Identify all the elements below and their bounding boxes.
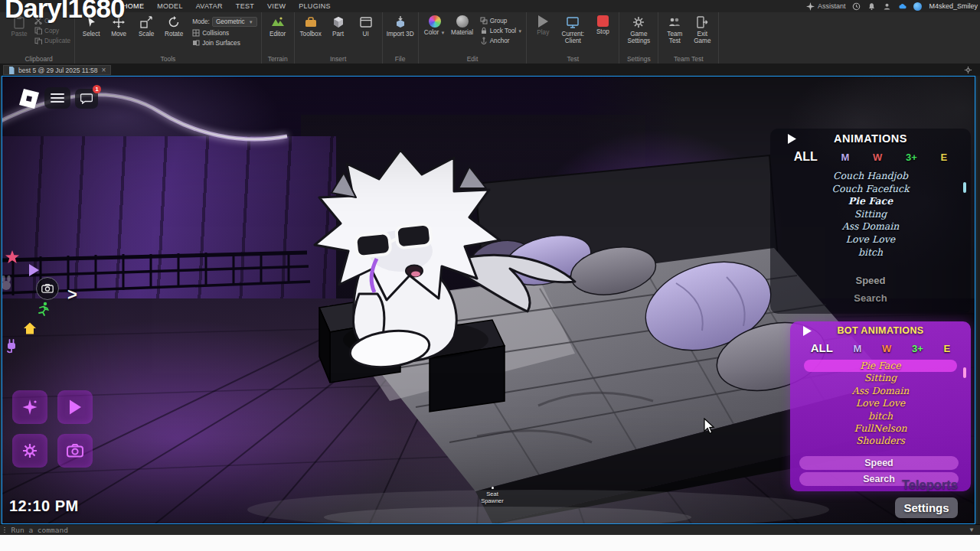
- bot-animation-item[interactable]: FullNelson: [790, 422, 971, 435]
- media-play-button[interactable]: [57, 390, 93, 424]
- effects-button[interactable]: [12, 390, 47, 424]
- chat-button[interactable]: 1: [75, 89, 98, 109]
- tab-view[interactable]: VIEW: [267, 2, 286, 10]
- copy-button[interactable]: Copy: [34, 27, 70, 34]
- game-settings-button[interactable]: Game Settings: [623, 15, 654, 44]
- expand-chevron-button[interactable]: >: [67, 285, 77, 305]
- options-gear-button[interactable]: [12, 434, 47, 468]
- account-username[interactable]: M4sked_Smiley: [929, 2, 978, 10]
- bot-animation-item-selected[interactable]: Pie Face: [804, 360, 957, 372]
- screenshot-button[interactable]: [57, 434, 93, 468]
- lock-tool-button[interactable]: Lock Tool ▼: [480, 27, 523, 34]
- filter-m[interactable]: M: [854, 343, 862, 354]
- cut-button[interactable]: Cut: [34, 17, 70, 24]
- duplicate-button[interactable]: Duplicate: [34, 37, 70, 44]
- bot-animation-item[interactable]: Sitting: [790, 372, 971, 384]
- ui-button[interactable]: UI: [354, 15, 378, 37]
- account-avatar[interactable]: [913, 2, 922, 11]
- group-button[interactable]: Group: [480, 17, 523, 24]
- search-control[interactable]: Search: [770, 292, 971, 304]
- animation-item[interactable]: Sitting: [770, 208, 971, 221]
- exit-game-button[interactable]: Exit Game: [690, 15, 714, 44]
- rotate-tool-button[interactable]: Rotate: [162, 15, 186, 37]
- roblox-menu-button[interactable]: [18, 88, 40, 109]
- animation-item[interactable]: Pie Face: [770, 195, 971, 208]
- pet-icon[interactable]: [2, 276, 12, 291]
- stop-button[interactable]: Stop: [590, 15, 615, 35]
- team-test-button[interactable]: Team Test: [662, 15, 687, 44]
- filter-3plus[interactable]: 3+: [912, 343, 923, 354]
- panel-play-icon[interactable]: [802, 325, 812, 337]
- material-button[interactable]: Material: [450, 15, 475, 36]
- bot-speed-control[interactable]: Speed: [799, 456, 959, 470]
- document-tab[interactable]: best 5 @ 29 Jul 2025 11:58 ×: [3, 65, 111, 75]
- close-icon[interactable]: ×: [101, 67, 106, 74]
- select-tool-button[interactable]: Select: [79, 15, 103, 37]
- drag-handle-icon[interactable]: [4, 527, 5, 533]
- sprint-runner-icon[interactable]: [36, 302, 51, 317]
- toolbox-button[interactable]: Toolbox: [299, 15, 323, 37]
- bell-icon[interactable]: [867, 2, 876, 11]
- scrollbar-thumb[interactable]: [963, 182, 966, 193]
- move-tool-button[interactable]: Move: [106, 15, 131, 37]
- command-input[interactable]: Run a command: [11, 526, 68, 534]
- user-icon[interactable]: [883, 2, 891, 11]
- radial-play-icon[interactable]: [28, 263, 40, 277]
- tab-test[interactable]: TEST: [236, 2, 254, 10]
- game-viewport[interactable]: 1 >: [2, 76, 975, 524]
- assistant-label: Assistant: [818, 2, 846, 10]
- chevron-down-icon[interactable]: ▼: [969, 527, 975, 533]
- plug-icon[interactable]: [4, 338, 19, 354]
- filter-all[interactable]: ALL: [811, 341, 833, 354]
- assistant-button[interactable]: Assistant: [806, 2, 846, 11]
- filter-all[interactable]: ALL: [794, 150, 818, 164]
- paste-button[interactable]: Paste: [7, 15, 31, 37]
- color-button[interactable]: Color ▼: [423, 15, 447, 36]
- history-icon[interactable]: [852, 2, 861, 11]
- speed-control[interactable]: Speed: [770, 275, 971, 286]
- cloud-icon[interactable]: [898, 2, 906, 11]
- scrollbar-thumb[interactable]: [963, 367, 966, 378]
- bot-animation-item[interactable]: Love Love: [790, 397, 971, 409]
- teleports-button[interactable]: Teleports: [858, 478, 958, 492]
- filter-e[interactable]: E: [944, 343, 951, 354]
- camera-button[interactable]: [36, 277, 59, 300]
- tab-home[interactable]: HOME: [122, 2, 144, 10]
- filter-w[interactable]: W: [873, 152, 882, 163]
- import-3d-button[interactable]: Import 3D: [387, 15, 414, 37]
- tab-plugins[interactable]: PLUGINS: [299, 2, 331, 10]
- document-tab-strip: best 5 @ 29 Jul 2025 11:58 ×: [0, 64, 980, 76]
- bot-animation-list: Pie Face Sitting Ass Domain Love Love bi…: [790, 360, 971, 445]
- filter-e[interactable]: E: [941, 152, 948, 163]
- bot-animation-item[interactable]: Shoulders: [790, 435, 971, 445]
- bot-animation-item[interactable]: bitch: [790, 410, 971, 422]
- part-button[interactable]: Part: [326, 15, 351, 37]
- viewport-options-icon[interactable]: [964, 66, 972, 74]
- emote-flower-icon[interactable]: [5, 249, 20, 265]
- play-button[interactable]: Play: [531, 15, 555, 36]
- tab-avatar[interactable]: AVATAR: [196, 2, 223, 10]
- copy-label: Copy: [44, 28, 59, 34]
- anchor-button[interactable]: Anchor: [480, 37, 523, 44]
- terrain-editor-button[interactable]: Editor: [266, 15, 290, 37]
- home-icon[interactable]: [22, 321, 38, 335]
- current-mode-dropdown[interactable]: Current:Client: [558, 15, 587, 44]
- bot-animation-item[interactable]: Ass Domain: [790, 385, 971, 397]
- tab-model[interactable]: MODEL: [157, 2, 183, 10]
- mode-value: Geometric: [216, 18, 245, 25]
- filter-m[interactable]: M: [841, 152, 850, 163]
- animation-item[interactable]: Couch Facefuck: [770, 183, 971, 196]
- scale-tool-button[interactable]: Scale: [134, 15, 158, 37]
- panel-play-icon[interactable]: [787, 133, 797, 145]
- filter-3plus[interactable]: 3+: [906, 152, 917, 163]
- collisions-toggle[interactable]: Collisions: [192, 29, 256, 37]
- settings-button[interactable]: Settings: [895, 497, 958, 518]
- animation-item[interactable]: Love Love: [770, 233, 971, 246]
- animation-item[interactable]: bitch: [770, 246, 971, 259]
- filter-w[interactable]: W: [882, 343, 891, 354]
- animation-item[interactable]: Couch Handjob: [770, 170, 971, 183]
- join-surfaces-toggle[interactable]: Join Surfaces: [192, 39, 256, 47]
- animation-item[interactable]: Ass Domain: [770, 220, 971, 233]
- hamburger-menu-button[interactable]: [44, 87, 70, 109]
- mode-dropdown[interactable]: Mode: Geometric▼: [192, 17, 256, 27]
